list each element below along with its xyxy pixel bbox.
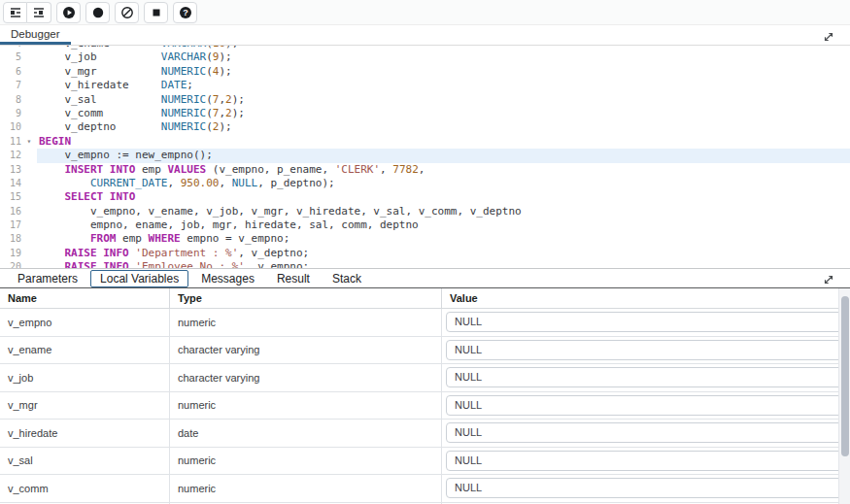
value-input[interactable]: NULL [446, 422, 842, 443]
code-editor[interactable]: 4 v_ename VARCHAR(10);5 v_job VARCHAR(9)… [0, 46, 850, 268]
step-into-button[interactable] [3, 2, 27, 23]
toggle-breakpoint-button[interactable] [85, 2, 110, 23]
cell-value: NULL [442, 475, 850, 502]
line-number: 12 [0, 149, 21, 162]
line-gutter[interactable]: 16 [0, 205, 37, 218]
code-line-10: 10 v_deptno NUMERIC(2); [0, 120, 850, 134]
value-input[interactable]: NULL [446, 367, 842, 387]
cell-name: v_mgr [0, 392, 170, 420]
fold-spacer [21, 260, 37, 268]
code-line-8: 8 v_sal NUMERIC(7,2); [0, 93, 850, 107]
line-gutter[interactable]: 11▾ [0, 135, 37, 149]
cell-name: v_hiredate [0, 420, 170, 447]
vertical-scrollbar[interactable] [838, 288, 850, 504]
line-gutter[interactable]: 13 [0, 163, 37, 177]
code-text: v_hiredate DATE; [37, 79, 850, 92]
fold-spacer [21, 107, 37, 120]
cell-value: NULL [442, 420, 850, 447]
code-text: v_comm NUMERIC(7,2); [37, 107, 850, 120]
line-gutter[interactable]: 5 [0, 50, 37, 64]
tab-parameters[interactable]: Parameters [8, 270, 87, 287]
line-gutter[interactable]: 12 [0, 149, 37, 162]
debug-panel-tabs: ParametersLocal VariablesMessagesResultS… [8, 270, 374, 287]
line-gutter[interactable]: 7 [0, 79, 37, 92]
line-number: 14 [0, 177, 21, 190]
column-header-type: Type [170, 288, 442, 308]
code-text: empno, ename, job, mgr, hiredate, sal, c… [37, 218, 850, 232]
line-number: 10 [0, 120, 21, 134]
step-over-button[interactable] [27, 2, 51, 23]
line-number: 5 [0, 50, 21, 64]
editor-expand-button[interactable] [823, 29, 834, 47]
line-gutter[interactable]: 15 [0, 190, 37, 204]
help-icon: ? [179, 6, 192, 19]
tab-result[interactable]: Result [267, 270, 320, 287]
code-text: CURRENT_DATE, 950.00, NULL, p_deptno); [37, 177, 850, 190]
line-gutter[interactable]: 14 [0, 177, 37, 190]
local-variables-grid: NameTypeValue v_empnonumericNULLv_enamec… [0, 287, 850, 504]
cell-value: NULL [442, 392, 850, 420]
line-gutter[interactable]: 18 [0, 232, 37, 246]
line-gutter[interactable]: 19 [0, 247, 37, 260]
grid-header: NameTypeValue [0, 288, 850, 309]
line-number: 11 [0, 135, 21, 149]
fold-spacer [21, 93, 37, 107]
value-input[interactable]: NULL [446, 478, 842, 498]
line-gutter[interactable]: 20 [0, 260, 37, 268]
value-input[interactable]: NULL [446, 395, 842, 416]
line-gutter[interactable]: 10 [0, 120, 37, 134]
code-line-9: 9 v_comm NUMERIC(7,2); [0, 107, 850, 120]
code-line-16: 16 v_empno, v_ename, v_job, v_mgr, v_hir… [0, 205, 850, 218]
continue-button[interactable] [56, 2, 81, 23]
line-number: 16 [0, 205, 21, 218]
fold-spacer [21, 232, 37, 246]
expand-icon [823, 274, 834, 286]
step-into-icon [9, 6, 22, 19]
cell-value: NULL [442, 309, 850, 336]
value-input[interactable]: NULL [446, 312, 842, 332]
tab-messages[interactable]: Messages [191, 270, 264, 287]
code-line-13: 13 INSERT INTO emp VALUES (v_empno, p_en… [0, 163, 850, 177]
code-line-12: 12 v_empno := new_empno(); [0, 149, 850, 162]
fold-marker-icon[interactable]: ▾ [21, 135, 37, 149]
line-gutter[interactable]: 8 [0, 93, 37, 107]
cell-type: numeric [170, 448, 442, 475]
debug-panel-tabbar: ParametersLocal VariablesMessagesResultS… [0, 268, 850, 287]
stop-button[interactable] [144, 2, 168, 23]
cell-type: numeric [170, 392, 442, 420]
table-row: v_salnumericNULL [0, 448, 850, 476]
cell-type: numeric [170, 309, 442, 336]
fold-spacer [21, 205, 37, 218]
code-text: FROM emp WHERE empno = v_empno; [37, 232, 850, 246]
tab-local-variables[interactable]: Local Variables [90, 270, 188, 287]
code-text: v_empno, v_ename, v_job, v_mgr, v_hireda… [37, 205, 850, 218]
svg-text:?: ? [183, 8, 188, 17]
fold-spacer [21, 218, 37, 232]
fold-spacer [21, 190, 37, 204]
code-text: RAISE INFO 'Employee No : %', v_empno; [37, 260, 850, 268]
code-line-15: 15 SELECT INTO [0, 190, 850, 204]
line-number: 18 [0, 232, 21, 246]
line-gutter[interactable]: 6 [0, 65, 37, 79]
code-line-19: 19 RAISE INFO 'Department : %', v_deptno… [0, 247, 850, 260]
table-row: v_hiredatedateNULL [0, 420, 850, 448]
document-tabbar: Debugger [0, 25, 850, 46]
clear-all-breakpoints-button[interactable] [115, 2, 139, 23]
table-row: v_mgrnumericNULL [0, 392, 850, 420]
code-text: v_mgr NUMERIC(4); [37, 65, 850, 79]
line-number: 8 [0, 93, 21, 107]
breakpoint-circle-icon [91, 6, 105, 19]
tab-debugger[interactable]: Debugger [0, 25, 71, 45]
help-button[interactable]: ? [173, 2, 197, 23]
table-row: v_enamecharacter varyingNULL [0, 337, 850, 365]
value-input[interactable]: NULL [446, 340, 842, 360]
play-circle-icon [62, 6, 76, 19]
expand-icon [823, 31, 834, 43]
fold-spacer [21, 79, 37, 92]
tab-stack[interactable]: Stack [323, 270, 371, 287]
code-text: INSERT INTO emp VALUES (v_empno, p_ename… [37, 163, 850, 177]
value-input[interactable]: NULL [446, 451, 842, 471]
scrollbar-thumb[interactable] [841, 296, 849, 456]
line-gutter[interactable]: 9 [0, 107, 37, 120]
line-gutter[interactable]: 17 [0, 218, 37, 232]
